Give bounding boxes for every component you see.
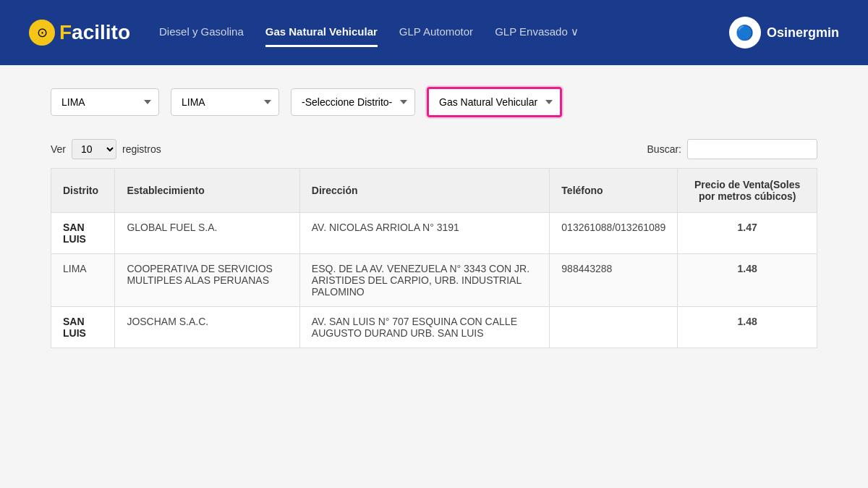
cell-precio: 1.48 <box>678 307 817 348</box>
search-label: Buscar: <box>647 143 681 155</box>
col-direccion: Dirección <box>299 169 550 213</box>
cell-direccion: AV. NICOLAS ARRIOLA N° 3191 <box>299 213 550 254</box>
records-label: registros <box>122 143 161 155</box>
cell-direccion: AV. SAN LUIS N° 707 ESQUINA CON CALLE AU… <box>299 307 550 348</box>
cell-distrito: SAN LUIS <box>51 213 115 254</box>
nav-gnv[interactable]: Gas Natural Vehicular <box>265 18 378 47</box>
cell-distrito: LIMA <box>51 254 115 307</box>
osinergmin-label: Osinergmin <box>767 25 839 41</box>
cell-telefono: 988443288 <box>550 254 678 307</box>
table-row: SAN LUISGLOBAL FUEL S.A.AV. NICOLAS ARRI… <box>51 213 817 254</box>
cell-precio: 1.48 <box>678 254 817 307</box>
cell-establecimiento: JOSCHAM S.A.C. <box>115 307 299 348</box>
province-select[interactable]: LIMA <box>171 88 279 116</box>
logo[interactable]: ⊙ Facilito <box>29 20 130 46</box>
col-distrito: Distrito <box>51 169 115 213</box>
cell-establecimiento: COOPERATIVA DE SERVICIOS MULTIPLES ALAS … <box>115 254 299 307</box>
search-input[interactable] <box>687 139 817 159</box>
nav-glp-envasado[interactable]: GLP Envasado ∨ <box>495 18 579 47</box>
table-row: LIMACOOPERATIVA DE SERVICIOS MULTIPLES A… <box>51 254 817 307</box>
fuel-type-select[interactable]: Gas Natural Vehicular <box>427 87 562 117</box>
osinergmin-logo: 🔵 Osinergmin <box>729 17 839 49</box>
col-establecimiento: Establecimiento <box>115 169 299 213</box>
cell-precio: 1.47 <box>678 213 817 254</box>
data-table: Distrito Establecimiento Dirección Teléf… <box>51 168 817 348</box>
show-label: Ver <box>51 143 66 155</box>
entries-select[interactable]: 10 25 50 100 <box>72 139 116 159</box>
table-header-row: Distrito Establecimiento Dirección Teléf… <box>51 169 817 213</box>
header: ⊙ Facilito Diesel y Gasolina Gas Natural… <box>0 0 868 65</box>
logo-text: Facilito <box>59 21 130 44</box>
filters-row: LIMA LIMA -Seleccione Distrito- Gas Natu… <box>51 87 817 117</box>
logo-icon: ⊙ <box>29 20 55 46</box>
cell-establecimiento: GLOBAL FUEL S.A. <box>115 213 299 254</box>
osinergmin-icon: 🔵 <box>729 17 761 49</box>
cell-telefono: 013261088/013261089 <box>550 213 678 254</box>
col-telefono: Teléfono <box>550 169 678 213</box>
nav-glp-automotor[interactable]: GLP Automotor <box>399 18 473 47</box>
table-row: SAN LUISJOSCHAM S.A.C.AV. SAN LUIS N° 70… <box>51 307 817 348</box>
cell-telefono <box>550 307 678 348</box>
entries-control: Ver 10 25 50 100 registros <box>51 139 161 159</box>
cell-direccion: ESQ. DE LA AV. VENEZUELA N° 3343 CON JR.… <box>299 254 550 307</box>
main-content: LIMA LIMA -Seleccione Distrito- Gas Natu… <box>36 65 832 370</box>
cell-distrito: SAN LUIS <box>51 307 115 348</box>
region-select[interactable]: LIMA <box>51 88 159 116</box>
table-controls: Ver 10 25 50 100 registros Buscar: <box>51 139 817 159</box>
nav-diesel[interactable]: Diesel y Gasolina <box>159 18 244 47</box>
district-select[interactable]: -Seleccione Distrito- <box>291 88 415 116</box>
main-nav: Diesel y Gasolina Gas Natural Vehicular … <box>159 18 729 47</box>
col-precio: Precio de Venta(Soles por metros cúbicos… <box>678 169 817 213</box>
search-area: Buscar: <box>647 139 817 159</box>
